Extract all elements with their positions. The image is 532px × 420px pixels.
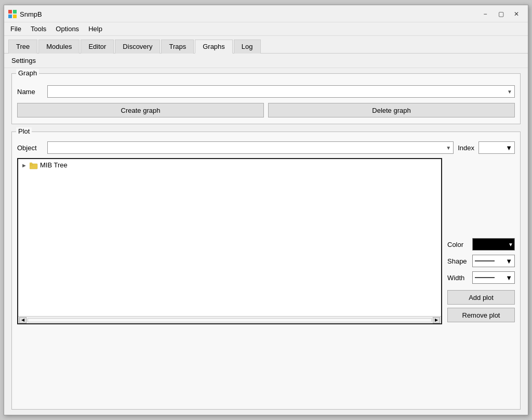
index-label: Index xyxy=(458,144,474,152)
app-icon xyxy=(8,10,17,18)
h-scroll-track[interactable] xyxy=(28,318,432,322)
color-row: Color ▼ xyxy=(447,238,515,251)
window-controls: − ▢ ✕ xyxy=(478,8,524,20)
object-label: Object xyxy=(17,144,43,152)
remove-plot-button[interactable]: Remove plot xyxy=(447,308,515,322)
tree-expand-arrow[interactable]: ► xyxy=(21,162,28,168)
object-combo[interactable]: ▼ xyxy=(47,141,454,154)
tab-graphs[interactable]: Graphs xyxy=(195,40,233,54)
menu-file[interactable]: File xyxy=(6,23,25,34)
mib-tree-view[interactable]: ► MIB Tree ◀ xyxy=(17,158,442,324)
tab-discovery[interactable]: Discovery xyxy=(115,40,160,54)
svg-rect-1 xyxy=(13,10,17,14)
shape-line xyxy=(475,260,495,261)
plot-buttons: Add plot Remove plot xyxy=(447,290,515,322)
color-label: Color xyxy=(447,241,469,248)
close-button[interactable]: ✕ xyxy=(509,8,524,20)
menu-tools[interactable]: Tools xyxy=(26,23,50,34)
shape-label: Shape xyxy=(447,257,469,265)
mib-tree-item[interactable]: ► MIB Tree xyxy=(18,159,441,171)
width-label: Width xyxy=(447,274,469,282)
shape-preview xyxy=(475,260,506,261)
title-bar-left: SnmpB xyxy=(8,10,42,18)
plot-main: ► MIB Tree ◀ xyxy=(17,158,515,324)
width-preview xyxy=(475,277,506,278)
title-bar: SnmpB − ▢ ✕ xyxy=(4,5,528,22)
create-graph-button[interactable]: Create graph xyxy=(17,103,264,117)
width-line xyxy=(475,277,495,278)
graph-section-title: Graph xyxy=(16,69,39,77)
name-row: Name ▼ xyxy=(17,85,515,98)
minimize-button[interactable]: − xyxy=(478,8,493,20)
maximize-button[interactable]: ▢ xyxy=(494,8,508,20)
menu-options[interactable]: Options xyxy=(51,23,83,34)
tab-modules[interactable]: Modules xyxy=(38,40,79,54)
svg-rect-2 xyxy=(8,15,12,18)
graph-section: Graph Name ▼ Create graph Delete graph xyxy=(11,73,521,124)
main-window: SnmpB − ▢ ✕ File Tools Options Help Tree… xyxy=(4,5,528,415)
tab-tree[interactable]: Tree xyxy=(8,40,37,54)
menu-help[interactable]: Help xyxy=(84,23,107,34)
color-picker[interactable]: ▼ xyxy=(472,238,515,251)
object-arrow: ▼ xyxy=(446,145,451,151)
svg-rect-6 xyxy=(30,163,32,164)
tab-traps[interactable]: Traps xyxy=(161,40,194,54)
object-row: Object ▼ Index ▼ xyxy=(17,141,515,154)
graph-buttons: Create graph Delete graph xyxy=(17,103,515,117)
svg-rect-0 xyxy=(8,10,12,14)
shape-combo[interactable]: ▼ xyxy=(472,255,515,267)
content-area: Settings Graph Name ▼ Create graph Delet… xyxy=(4,54,528,415)
window-title: SnmpB xyxy=(20,10,42,18)
menu-bar: File Tools Options Help xyxy=(4,22,528,36)
h-scrollbar[interactable]: ◀ ▶ xyxy=(18,316,441,323)
tab-bar: Tree Modules Editor Discovery Traps Grap… xyxy=(4,36,528,54)
scroll-right-btn[interactable]: ▶ xyxy=(433,317,440,323)
plot-section-title: Plot xyxy=(16,127,32,135)
graph-name-arrow: ▼ xyxy=(507,89,512,95)
index-combo[interactable]: ▼ xyxy=(478,141,515,154)
tab-log[interactable]: Log xyxy=(234,40,261,54)
graph-name-combo[interactable]: ▼ xyxy=(47,85,515,98)
shape-row: Shape ▼ xyxy=(447,255,515,267)
scroll-left-btn[interactable]: ◀ xyxy=(19,317,26,323)
shape-arrow: ▼ xyxy=(506,257,512,265)
right-panel: Color ▼ Shape ▼ xyxy=(447,158,515,324)
delete-graph-button[interactable]: Delete graph xyxy=(268,103,515,117)
width-combo[interactable]: ▼ xyxy=(472,271,515,284)
width-arrow: ▼ xyxy=(506,274,512,282)
name-label: Name xyxy=(17,88,43,96)
settings-label: Settings xyxy=(4,54,528,68)
add-plot-button[interactable]: Add plot xyxy=(447,290,515,305)
color-dropdown-arrow: ▼ xyxy=(508,242,513,247)
tab-editor[interactable]: Editor xyxy=(81,40,114,54)
settings-content: Graph Name ▼ Create graph Delete graph P… xyxy=(4,68,528,415)
plot-section: Plot Object ▼ Index ▼ xyxy=(11,132,521,410)
width-row: Width ▼ xyxy=(447,271,515,284)
index-arrow: ▼ xyxy=(506,144,512,152)
svg-rect-3 xyxy=(13,15,17,18)
mib-tree-label: MIB Tree xyxy=(40,161,68,169)
folder-icon xyxy=(30,162,38,169)
